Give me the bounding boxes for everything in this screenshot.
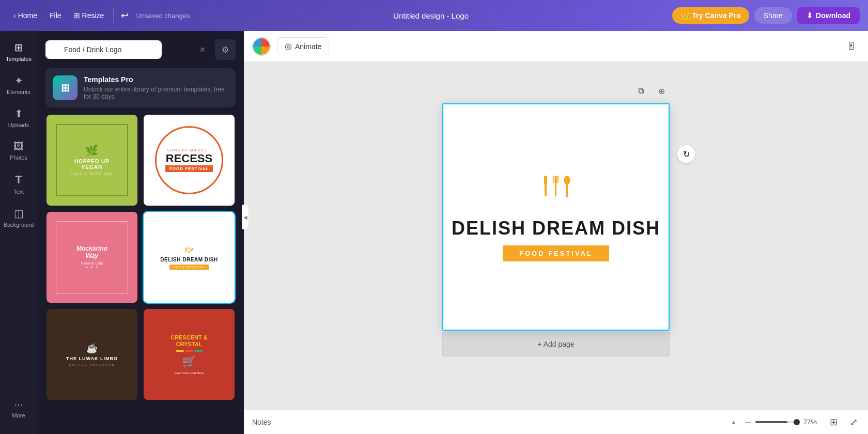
undo-button[interactable]: ↩ bbox=[118, 7, 132, 24]
sidebar-label-background: Background bbox=[4, 222, 34, 228]
sidebar-item-templates[interactable]: ⊞ Templates bbox=[1, 36, 36, 67]
template-card-hopped-up-vegan[interactable]: 🌿 HOPPED UPVEGAN CAFÉ & JUICE BAR bbox=[45, 114, 138, 207]
sidebar-item-uploads[interactable]: ⬆ Uploads bbox=[1, 102, 36, 133]
zoom-slider[interactable] bbox=[755, 421, 797, 423]
share-button[interactable]: Share bbox=[754, 7, 792, 24]
svg-rect-1 bbox=[544, 176, 547, 184]
svg-rect-6 bbox=[566, 184, 568, 197]
pro-promo-banner[interactable]: ⊞ Templates Pro Unlock our entire librar… bbox=[45, 68, 236, 107]
back-chevron-icon: ‹ bbox=[13, 11, 16, 20]
svg-rect-3 bbox=[553, 176, 554, 183]
resize-button[interactable]: ⊞ Resize bbox=[69, 8, 110, 23]
svg-rect-4 bbox=[556, 176, 557, 183]
t2-sub-label: FOOD FESTIVAL bbox=[165, 165, 213, 172]
file-label: File bbox=[50, 11, 61, 20]
pro-logo-icon: ⊞ bbox=[61, 82, 70, 94]
t2-main-title: RECESS bbox=[166, 152, 212, 165]
copy-icon: ⧉ bbox=[638, 86, 644, 96]
design-title: Untitled design - Logo bbox=[194, 11, 668, 20]
resize-label: Resize bbox=[82, 11, 104, 20]
try-canva-button[interactable]: 👑 Try Canva Pro bbox=[672, 7, 749, 24]
canvas-main-title[interactable]: DELISH DREAM DISH bbox=[452, 218, 660, 239]
template-card-mockarino[interactable]: MockarinoWay Palermo Café ✦ ✦ ✦ bbox=[45, 211, 138, 304]
fullscreen-button[interactable]: ⤢ bbox=[848, 414, 860, 430]
panel-collapse-button[interactable]: ◀ bbox=[242, 205, 249, 229]
sidebar-item-elements[interactable]: ✦ Elements bbox=[1, 69, 36, 100]
more-icon: ··· bbox=[14, 398, 23, 410]
back-button[interactable]: ‹ Home bbox=[8, 8, 42, 23]
canvas-toolbar: ◎ Animate 🎚 bbox=[244, 31, 868, 62]
templates-icon: ⊞ bbox=[14, 41, 23, 54]
uploads-icon: ⬆ bbox=[14, 107, 23, 120]
topbar: ‹ Home File ⊞ Resize ↩ Unsaved changes U… bbox=[0, 0, 868, 31]
add-canvas-button[interactable]: ⊕ bbox=[653, 83, 670, 99]
rotate-icon: ↻ bbox=[683, 149, 690, 159]
t6-title: CRESCENT &CRYSTAL bbox=[171, 334, 208, 348]
sidebar-item-photos[interactable]: 🖼 Photos bbox=[1, 135, 36, 166]
zoom-slider-thumb[interactable] bbox=[794, 419, 800, 425]
notes-button[interactable]: Notes bbox=[252, 418, 271, 426]
t3-dec: ✦ ✦ ✦ bbox=[85, 265, 98, 270]
sidebar: ⊞ Templates ✦ Elements ⬆ Uploads 🖼 Photo… bbox=[0, 31, 37, 434]
search-input[interactable] bbox=[45, 40, 162, 59]
filter-icon: ⚙ bbox=[222, 45, 229, 55]
background-icon: ◫ bbox=[14, 207, 24, 220]
main-canvas[interactable]: DELISH DREAM DISH FOOD FESTIVAL bbox=[442, 103, 670, 331]
grid-view-button[interactable]: ⊞ bbox=[828, 414, 840, 430]
download-icon: ⬇ bbox=[807, 11, 813, 20]
clear-search-button[interactable]: ✕ bbox=[199, 45, 206, 54]
photos-icon: 🖼 bbox=[13, 141, 24, 152]
animate-label: Animate bbox=[295, 42, 321, 51]
unsaved-status: Unsaved changes bbox=[136, 12, 190, 20]
zoom-percentage: 77% bbox=[801, 418, 819, 426]
notes-collapse-button[interactable]: ▲ bbox=[731, 419, 737, 426]
t1-sub: CAFÉ & JUICE BAR bbox=[71, 172, 113, 176]
svg-point-7 bbox=[564, 176, 570, 185]
t5-title: THE LUWAK LIMBO bbox=[66, 356, 118, 361]
filter-button[interactable]: ⚙ bbox=[215, 39, 236, 60]
rotate-button[interactable]: ↻ bbox=[677, 145, 695, 163]
text-icon: T bbox=[15, 173, 22, 187]
sidebar-label-templates: Templates bbox=[6, 56, 32, 62]
sidebar-item-background[interactable]: ◫ Background bbox=[1, 202, 36, 233]
download-button[interactable]: ⬇ Download bbox=[797, 7, 860, 24]
canvas-utensils-group bbox=[540, 173, 571, 209]
file-button[interactable]: File bbox=[44, 8, 67, 23]
template-card-recess[interactable]: Sunday Market RECESS FOOD FESTIVAL bbox=[143, 114, 236, 207]
copy-canvas-button[interactable]: ⧉ bbox=[632, 83, 649, 99]
color-palette-button[interactable] bbox=[252, 37, 271, 56]
try-canva-label: Try Canva Pro bbox=[692, 11, 741, 20]
t4-sub: FOOD FESTIVAL bbox=[169, 265, 209, 270]
elements-icon: ✦ bbox=[14, 74, 23, 87]
t6-stripe-green bbox=[194, 350, 203, 352]
zoom-minus-icon: — bbox=[745, 419, 751, 426]
t6-stripe-yellow bbox=[176, 350, 184, 352]
template-card-luwak-limbo[interactable]: ☕ THE LUWAK LIMBO COFFEE ROASTERS bbox=[45, 308, 138, 401]
t6-cart-icon: 🛒 bbox=[182, 355, 196, 368]
t5-cup-icon: ☕ bbox=[86, 343, 98, 354]
grid-view-icon: ⊞ bbox=[830, 417, 838, 427]
add-page-button[interactable]: + Add page bbox=[442, 332, 670, 357]
search-wrapper: 🔍 ✕ bbox=[45, 40, 211, 59]
template-card-delish-dream-dish[interactable]: 🍽 DELISH DREAM DISH FOOD FESTIVAL bbox=[143, 211, 236, 304]
template-card-crescent-crystal[interactable]: CRESCENT &CRYSTAL 🛒 Food Carts and More bbox=[143, 308, 236, 401]
color-swatch-inner bbox=[253, 38, 270, 55]
sidebar-item-text[interactable]: T Text bbox=[1, 168, 36, 200]
topbar-divider bbox=[113, 8, 114, 23]
canvas-controls-row: ⧉ ⊕ bbox=[442, 83, 670, 99]
zoom-slider-fill bbox=[755, 421, 787, 423]
t3-title: MockarinoWay bbox=[76, 245, 107, 259]
collapse-icon: ◀ bbox=[243, 214, 247, 220]
canvas-sub-bar[interactable]: FOOD FESTIVAL bbox=[503, 245, 609, 261]
canvas-area: ◎ Animate 🎚 ⧉ ⊕ ↻ bbox=[244, 31, 868, 434]
display-filter-button[interactable]: 🎚 bbox=[843, 37, 860, 55]
sidebar-label-photos: Photos bbox=[10, 154, 27, 161]
download-label: Download bbox=[816, 11, 850, 20]
zoom-controls: — 77% bbox=[745, 418, 819, 426]
canvas-scroll-area[interactable]: ⧉ ⊕ ↻ bbox=[244, 62, 868, 434]
sidebar-item-more[interactable]: ··· More bbox=[1, 393, 36, 424]
animate-button[interactable]: ◎ Animate bbox=[277, 37, 329, 55]
t6-sub: Food Carts and More bbox=[175, 371, 204, 375]
sidebar-label-elements: Elements bbox=[7, 89, 30, 95]
bottom-bar: Notes ▲ — 77% ⊞ ⤢ bbox=[244, 409, 868, 434]
